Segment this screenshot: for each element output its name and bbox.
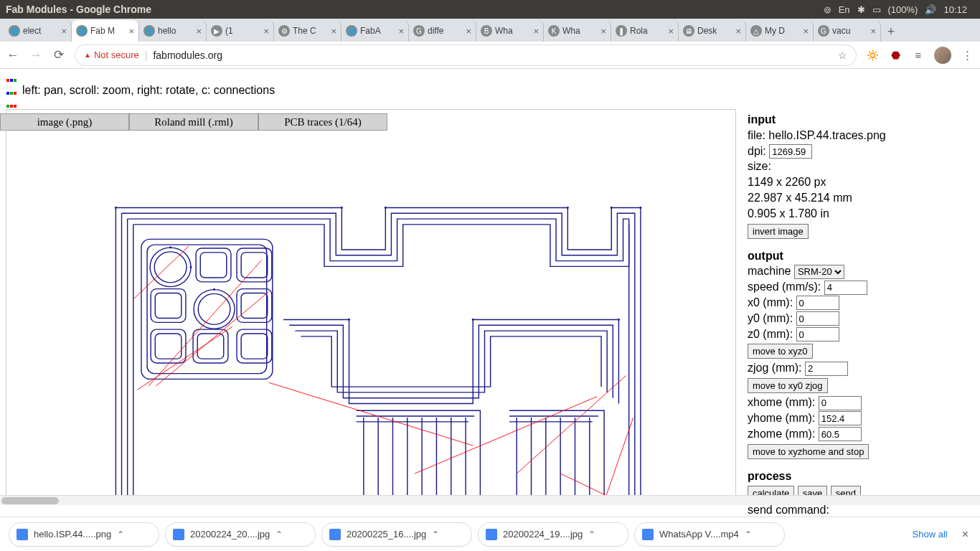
move-xy0-zjog-button[interactable]: move to xy0 zjog [748,378,828,393]
tab-title: elect [23,26,58,36]
yhome-label: yhome (mm): [748,412,815,424]
favicon-icon: △ [750,25,762,37]
size-px: 1149 x 2260 px [748,175,977,190]
browser-tab[interactable]: KWha× [544,20,611,42]
close-tab-icon[interactable]: × [466,26,471,37]
app-grid-icon[interactable] [6,72,17,110]
svg-point-30 [472,319,474,321]
browser-tab[interactable]: 🌐FabA× [341,20,409,42]
move-home-button[interactable]: move to xyzhome and stop [748,444,869,459]
download-item[interactable]: 20200224_20....jpg⌃ [165,522,316,547]
z0-input[interactable] [796,327,839,342]
chevron-up-icon[interactable]: ⌃ [275,529,283,540]
show-all-downloads[interactable]: Show all [907,526,953,542]
battery-icon[interactable]: ▭ [872,4,881,15]
reading-list-icon[interactable]: ≡ [911,48,925,62]
download-item[interactable]: 20200225_16....jpg⌃ [321,522,472,547]
svg-point-2 [150,248,191,287]
chevron-up-icon[interactable]: ⌃ [117,529,124,540]
download-filename: 20200224_20....jpg [190,529,270,540]
browser-tab[interactable]: 🌐elect× [4,20,72,42]
close-tab-icon[interactable]: × [331,26,336,37]
profile-avatar[interactable] [934,47,951,64]
bluetooth-icon[interactable]: ✱ [857,4,865,15]
y0-label: y0 (mm): [748,312,793,324]
back-button[interactable]: ← [6,48,20,62]
browser-tab[interactable]: BWha× [476,20,544,42]
svg-point-25 [639,207,641,209]
tab-title: hello [158,26,193,36]
machine-select[interactable]: SRM-20 [794,265,844,279]
close-tab-icon[interactable]: × [263,26,269,37]
process-heading: process [748,470,791,482]
close-tab-icon[interactable]: × [398,26,404,37]
address-bar[interactable]: Not secure | fabmodules.org ☆ [75,44,857,66]
os-titlebar: Fab Modules - Google Chrome ⊚ En ✱ ▭ (10… [0,0,980,19]
browser-tab[interactable]: 🌐hello× [139,20,207,42]
download-filename: 20200225_16....jpg [347,529,426,540]
chevron-up-icon[interactable]: ⌃ [432,529,439,540]
close-tab-icon[interactable]: × [196,26,202,37]
machine-label: machine [748,265,791,277]
chrome-menu-icon[interactable]: ⋮ [960,48,974,62]
invert-image-button[interactable]: invert image [748,224,809,239]
close-tab-icon[interactable]: × [803,26,809,37]
lang-indicator[interactable]: En [839,4,850,15]
close-tab-icon[interactable]: × [668,26,674,37]
zhome-input[interactable] [819,427,862,441]
yhome-input[interactable] [819,411,862,425]
tab-title: The C [293,26,328,36]
chevron-up-icon[interactable]: ⌃ [745,529,752,540]
close-tab-icon[interactable]: × [128,26,134,37]
browser-tab[interactable]: 🖥Desk× [679,20,746,42]
close-tab-icon[interactable]: × [61,26,67,37]
favicon-icon: B [481,25,492,37]
favicon-icon: 🌐 [9,25,20,37]
svg-rect-7 [200,253,227,278]
close-download-bar-icon[interactable]: × [959,528,971,541]
dpi-input[interactable] [769,144,812,159]
x0-label: x0 (mm): [748,296,793,309]
tab-title: Wha [562,26,598,36]
reload-button[interactable]: ⟳ [52,48,66,62]
tab-title: Desk [697,26,732,36]
close-tab-icon[interactable]: × [600,26,606,37]
move-xyz0-button[interactable]: move to xyz0 [748,344,813,359]
download-item[interactable]: WhatsApp V....mp4⌃ [634,522,785,547]
close-tab-icon[interactable]: × [870,26,876,37]
browser-tab[interactable]: Gvacu× [814,20,881,42]
xhome-input[interactable] [819,396,862,410]
browser-tab[interactable]: ❚Rola× [611,20,679,42]
svg-rect-0 [141,239,273,379]
browser-tab[interactable]: ▶(1× [207,20,274,42]
new-tab-button[interactable]: + [881,22,901,42]
extension-icon-2[interactable]: ⬣ [888,48,903,62]
horizontal-scrollbar[interactable] [0,495,980,505]
forward-button[interactable]: → [29,48,43,62]
browser-tab[interactable]: Gdiffe× [409,20,476,42]
browser-tab[interactable]: 🌐Fab M× [72,20,139,42]
toolpath-canvas[interactable] [6,109,736,502]
extension-icon-1[interactable]: 🔅 [865,48,880,62]
close-tab-icon[interactable]: × [735,26,741,37]
download-filename: WhatsApp V....mp4 [659,529,739,540]
download-item[interactable]: hello.ISP.44.....png⌃ [9,522,159,547]
svg-point-24 [611,207,613,209]
chevron-up-icon[interactable]: ⌃ [588,529,595,540]
svg-rect-17 [197,334,224,359]
clock[interactable]: 10:12 [943,4,967,15]
x0-input[interactable] [796,296,839,310]
zjog-input[interactable] [805,362,848,376]
download-filename: hello.ISP.44.....png [34,529,111,540]
browser-tab[interactable]: ⚙The C× [274,20,341,42]
speed-input[interactable] [824,281,867,295]
not-secure-indicator[interactable]: Not secure [84,50,139,60]
close-tab-icon[interactable]: × [533,26,539,37]
y0-input[interactable] [796,311,839,326]
browser-tab[interactable]: △My D× [746,20,814,42]
download-item[interactable]: 20200224_19....jpg⌃ [478,522,628,547]
sound-icon[interactable]: 🔊 [925,4,936,15]
svg-point-28 [213,288,215,291]
bookmark-star-icon[interactable]: ☆ [838,50,847,61]
wifi-icon[interactable]: ⊚ [824,4,831,15]
